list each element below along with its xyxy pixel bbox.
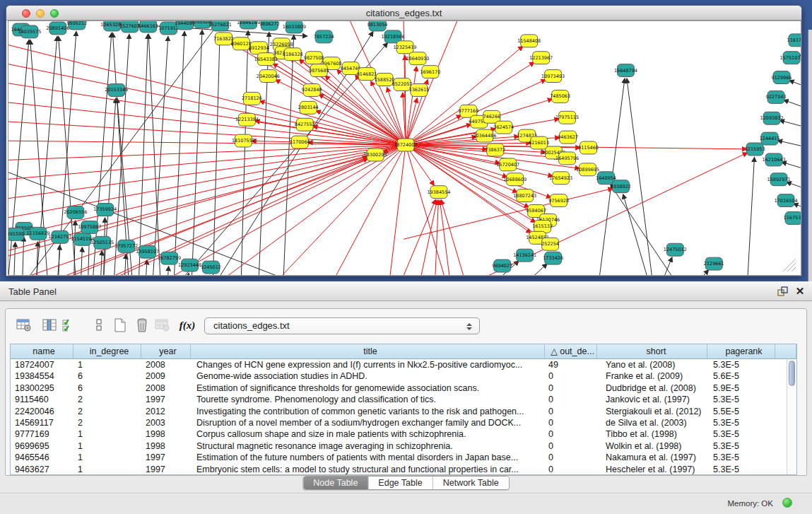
graph-node[interactable]: 18640910 <box>406 52 429 65</box>
graph-node[interactable]: 14035575 <box>18 25 41 38</box>
graph-edge[interactable] <box>789 81 801 88</box>
table-mode-icon[interactable] <box>15 316 33 334</box>
graph-edge[interactable] <box>316 111 406 145</box>
graph-node[interactable]: 18300295 <box>364 148 387 161</box>
graph-node[interactable]: 11548408 <box>517 35 541 47</box>
graph-node[interactable]: 20364486 <box>473 129 496 142</box>
graph-node[interactable]: 9756928 <box>548 194 569 207</box>
graph-node[interactable]: 2129661 <box>704 257 724 270</box>
graph-node[interactable]: 3215953 <box>745 143 765 156</box>
delete-column-icon[interactable] <box>133 316 151 334</box>
graph-node[interactable]: 17016504 <box>775 194 798 207</box>
graph-node[interactable]: 9806272 <box>259 21 280 30</box>
graph-node[interactable]: 8427552 <box>295 118 315 131</box>
graph-edge[interactable] <box>435 201 438 276</box>
graph-edge[interactable] <box>168 267 169 276</box>
graph-node[interactable]: 8912934 <box>249 42 269 54</box>
graph-edge[interactable] <box>260 101 406 145</box>
graph-edge[interactable] <box>787 182 801 190</box>
graph-node[interactable]: 12475012 <box>664 243 687 256</box>
graph-edge[interactable] <box>801 223 801 228</box>
graph-node[interactable]: 16210643 <box>763 153 786 166</box>
tab-edge-table[interactable]: Edge Table <box>368 477 433 489</box>
graph-node[interactable]: 12093832 <box>760 112 784 124</box>
graph-node[interactable]: 10688609 <box>503 173 526 186</box>
graph-edge[interactable] <box>23 237 24 276</box>
table-row[interactable]: 2242004622012Investigating the contribut… <box>11 406 796 417</box>
canvas-resize-grip[interactable] <box>783 259 796 271</box>
graph-node[interactable]: 9595212 <box>66 21 87 30</box>
graph-edge[interactable] <box>784 100 801 109</box>
graph-node[interactable]: 12213967 <box>529 52 553 64</box>
graph-node[interactable]: 9875685 <box>309 64 329 77</box>
table-source-dropdown[interactable]: citations_edges.txt <box>204 317 480 334</box>
graph-node[interactable]: 391590 <box>8 228 24 240</box>
graph-edge[interactable] <box>276 145 406 276</box>
graph-edge[interactable] <box>153 37 168 276</box>
table-row[interactable]: 1938455462009Genome-wide association stu… <box>11 370 796 382</box>
graph-edge[interactable] <box>101 251 102 276</box>
graph-node[interactable]: 12325419 <box>393 41 416 54</box>
show-column-icon[interactable] <box>41 316 59 334</box>
graph-node[interactable]: 17957272 <box>114 240 138 252</box>
graph-node[interactable]: 9463627 <box>558 131 578 144</box>
graph-node[interactable]: 1167534 <box>784 211 801 224</box>
graph-node[interactable]: 10975887 <box>78 221 101 233</box>
graph-node[interactable]: 13958107 <box>136 245 159 258</box>
graph-node[interactable]: 9242848 <box>302 84 322 97</box>
graph-node[interactable]: 12213384 <box>235 113 259 126</box>
column-header-name[interactable]: name <box>11 344 73 358</box>
graph-edge[interactable] <box>259 33 269 276</box>
graph-edge[interactable] <box>389 145 406 276</box>
graph-node[interactable]: 7386372 <box>485 144 505 156</box>
graph-node[interactable]: 19384554 <box>427 186 450 199</box>
graph-edge[interactable] <box>534 264 547 276</box>
graph-edge[interactable] <box>220 145 406 276</box>
graph-node[interactable]: 20153346 <box>105 84 128 97</box>
table-row[interactable]: 946362711997Embryonic stem cells: a mode… <box>11 464 796 475</box>
graph-edge[interactable] <box>782 162 801 170</box>
graph-node[interactable]: 16033809 <box>283 21 306 33</box>
column-header-in_degree[interactable]: in_degree <box>73 344 141 358</box>
graph-node[interactable]: 15751074 <box>780 52 801 64</box>
column-header-title[interactable]: title <box>191 344 545 358</box>
graph-node[interactable]: 17359924 <box>93 204 117 216</box>
row-height-icon[interactable] <box>90 316 108 334</box>
graph-edge[interactable] <box>146 260 147 276</box>
window-titlebar[interactable]: citations_edges.txt <box>6 6 801 21</box>
close-panel-icon[interactable]: ✕ <box>794 285 806 298</box>
tab-network-table[interactable]: Network Table <box>433 477 509 489</box>
graph-node[interactable]: 18846169 <box>237 21 260 29</box>
float-panel-icon[interactable] <box>777 286 788 296</box>
graph-node[interactable]: 1615132 <box>532 220 553 233</box>
table-row[interactable]: 1830029562008Estimation of significance … <box>11 382 796 394</box>
graph-node[interactable]: 12342757 <box>48 230 71 243</box>
memory-ok-indicator[interactable] <box>782 498 792 508</box>
graph-node[interactable]: 10899695 <box>576 163 599 176</box>
graph-node[interactable]: 1362615 <box>409 84 430 97</box>
graph-node[interactable]: 9227343 <box>766 90 787 103</box>
scrollbar-thumb[interactable] <box>789 361 795 386</box>
graph-node[interactable]: 2803144 <box>298 101 319 114</box>
graph-node[interactable]: 10973493 <box>541 70 565 83</box>
table-row[interactable]: 946554611997Estimation of the future num… <box>11 452 796 463</box>
graph-node[interactable]: 16495796 <box>555 152 579 165</box>
graph-edge[interactable] <box>778 141 801 148</box>
graph-node[interactable]: 14136141 <box>513 249 536 262</box>
graph-node[interactable]: 1733426 <box>543 252 563 264</box>
graph-edge[interactable] <box>703 270 708 276</box>
graph-node[interactable]: 18107552 <box>232 134 255 147</box>
new-column-icon[interactable] <box>111 316 129 334</box>
graph-node[interactable]: 1244415 <box>760 132 780 145</box>
graph-node[interactable]: 8813054 <box>367 21 388 31</box>
graph-node[interactable]: 12923448 <box>178 259 201 271</box>
graph-node[interactable]: 1161753 <box>787 34 801 47</box>
graph-node[interactable]: 1170064 <box>290 136 310 148</box>
column-header-pagerank[interactable]: pagerank <box>707 344 775 358</box>
select-rows-icon[interactable] <box>60 316 78 334</box>
graph-node[interactable]: 15992971 <box>767 173 791 186</box>
graph-edge[interactable] <box>14 243 16 276</box>
graph-edge[interactable] <box>72 158 367 276</box>
graph-node[interactable]: 20206556 <box>64 206 87 219</box>
graph-edge[interactable] <box>241 31 248 276</box>
